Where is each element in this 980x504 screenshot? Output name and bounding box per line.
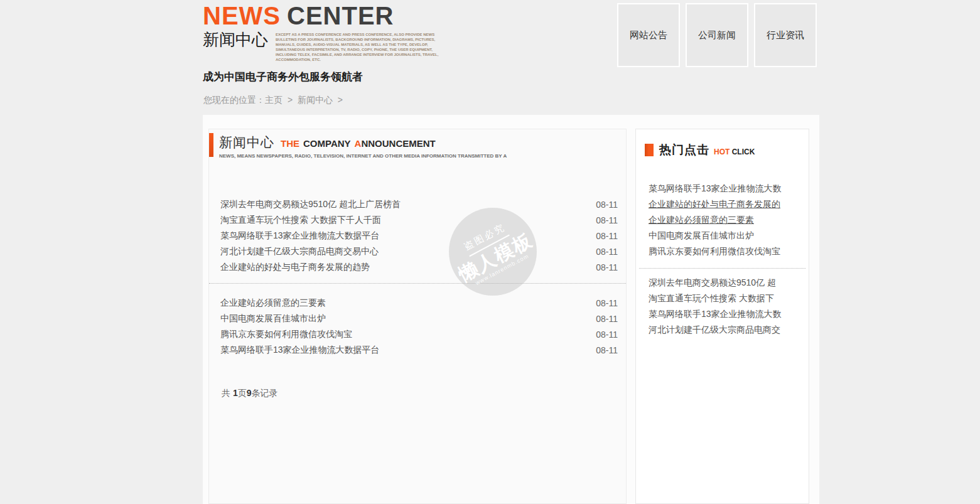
- news-title-link[interactable]: 菜鸟网络联手13家企业推物流大数据平台: [220, 345, 380, 356]
- news-title-link[interactable]: 企业建站必须留意的三要素: [220, 298, 326, 309]
- news-panel-title: 新闻中心: [219, 135, 274, 149]
- news-date: 08-11: [596, 330, 618, 340]
- news-panel-header: 新闻中心THECOMPANYANNOUNCEMENT NEWS, MEANS N…: [209, 129, 626, 159]
- news-date: 08-11: [596, 231, 618, 241]
- pagination-text: 共: [222, 388, 233, 398]
- breadcrumb-prefix: 您现在的位置：: [203, 95, 265, 105]
- site-logo: NEWSCENTER 新闻中心 EXCEPT AS A PRESS CONFER…: [203, 3, 611, 84]
- news-row[interactable]: 企业建站必须留意的三要素 08-11: [209, 295, 626, 311]
- logo-description: EXCEPT AS A PRESS CONFERENCE AND PRESS C…: [276, 32, 446, 62]
- logo-chinese-title: 新闻中心: [203, 30, 268, 49]
- hot-click-subtitle-en: CLICK: [732, 147, 755, 156]
- hot-click-item-link[interactable]: 淘宝直通车玩个性搜索 大数据下: [636, 291, 809, 306]
- hot-click-item-link[interactable]: 菜鸟网络联手13家企业推物流大数: [636, 306, 809, 322]
- news-date: 08-11: [596, 200, 618, 210]
- news-row[interactable]: 企业建站的好处与电子商务发展的趋势 08-11: [209, 259, 626, 275]
- news-title-link[interactable]: 深圳去年电商交易额达9510亿 超北上广居榜首: [220, 199, 401, 210]
- news-title-link[interactable]: 河北计划建千亿级大宗商品电商交易中心: [220, 246, 379, 257]
- news-title-link[interactable]: 淘宝直通车玩个性搜索 大数据下千人千面: [220, 215, 381, 226]
- hot-click-subtitle-en: HOT: [714, 147, 730, 156]
- hot-click-header: 热门点击 HOT CLICK: [636, 129, 809, 158]
- news-row[interactable]: 淘宝直通车玩个性搜索 大数据下千人千面 08-11: [209, 212, 626, 228]
- news-row[interactable]: 河北计划建千亿级大宗商品电商交易中心 08-11: [209, 244, 626, 259]
- logo-news-text: NEWS: [203, 2, 281, 29]
- news-title-link[interactable]: 腾讯京东要如何利用微信攻伐淘宝: [220, 329, 352, 340]
- nav-item-site-notice[interactable]: 网站公告: [617, 3, 680, 67]
- news-panel-subtitle-en: A: [355, 138, 362, 149]
- news-date: 08-11: [596, 262, 618, 272]
- hot-click-panel: 热门点击 HOT CLICK 菜鸟网络联手13家企业推物流大数 企业建站的好处与…: [635, 129, 809, 504]
- hot-click-item-link[interactable]: 企业建站的好处与电子商务发展的: [636, 196, 809, 212]
- nav-item-label: 行业资讯: [767, 29, 804, 41]
- news-row[interactable]: 中国电商发展百佳城市出炉 08-11: [209, 311, 626, 326]
- news-date: 08-11: [596, 314, 618, 324]
- news-list: 深圳去年电商交易额达9510亿 超北上广居榜首 08-11 淘宝直通车玩个性搜索…: [209, 196, 626, 358]
- news-title-link[interactable]: 企业建站的好处与电子商务发展的趋势: [220, 262, 370, 273]
- breadcrumb-home-link[interactable]: 主页: [265, 95, 283, 105]
- news-panel-subtitle-en: COMPANY: [303, 138, 351, 149]
- news-panel-subtitle-en: NNOUNCEMENT: [361, 138, 435, 149]
- news-date: 08-11: [596, 247, 618, 257]
- news-title-link[interactable]: 菜鸟网络联手13家企业推物流大数据平台: [220, 230, 380, 242]
- logo-title: NEWSCENTER: [203, 3, 611, 29]
- news-row[interactable]: 菜鸟网络联手13家企业推物流大数据平台 08-11: [209, 228, 626, 244]
- news-panel: 新闻中心THECOMPANYANNOUNCEMENT NEWS, MEANS N…: [208, 129, 627, 504]
- news-date: 08-11: [596, 215, 618, 225]
- hot-click-bar-icon: [645, 144, 654, 156]
- hot-click-item-link[interactable]: 中国电商发展百佳城市出炉: [636, 228, 809, 244]
- list-divider: [639, 268, 805, 269]
- list-divider: [209, 283, 626, 284]
- hot-click-item-link[interactable]: 腾讯京东要如何利用微信攻伐淘宝: [636, 244, 809, 259]
- nav-item-company-news[interactable]: 公司新闻: [686, 3, 748, 67]
- news-row[interactable]: 深圳去年电商交易额达9510亿 超北上广居榜首 08-11: [209, 196, 626, 212]
- section-bar-icon: [209, 133, 213, 157]
- hot-click-item-link[interactable]: 菜鸟网络联手13家企业推物流大数: [636, 181, 809, 196]
- news-date: 08-11: [596, 298, 618, 308]
- news-panel-description: NEWS, MEANS NEWSPAPERS, RADIO, TELEVISIO…: [219, 153, 626, 159]
- news-panel-subtitle-en: THE: [281, 138, 299, 149]
- content-container: 新闻中心THECOMPANYANNOUNCEMENT NEWS, MEANS N…: [203, 115, 819, 504]
- hot-click-item-link[interactable]: 企业建站必须留意的三要素: [636, 212, 809, 228]
- site-slogan: 成为中国电子商务外包服务领航者: [203, 70, 611, 84]
- pagination-summary: 共 1页9条记录: [222, 388, 626, 399]
- nav-item-label: 网站公告: [630, 29, 667, 41]
- nav-item-industry-info[interactable]: 行业资讯: [754, 3, 817, 67]
- pagination-text: 页: [238, 388, 247, 398]
- pagination-page-count: 1: [233, 388, 238, 398]
- news-date: 08-11: [596, 345, 618, 355]
- nav-item-label: 公司新闻: [698, 29, 736, 41]
- news-title-link[interactable]: 中国电商发展百佳城市出炉: [220, 313, 326, 324]
- news-row[interactable]: 菜鸟网络联手13家企业推物流大数据平台 08-11: [209, 342, 626, 358]
- breadcrumb-separator: >: [288, 95, 293, 105]
- breadcrumb-separator: >: [338, 95, 343, 105]
- hot-click-item-link[interactable]: 深圳去年电商交易额达9510亿 超: [636, 275, 809, 291]
- news-row[interactable]: 腾讯京东要如何利用微信攻伐淘宝 08-11: [209, 326, 626, 342]
- hot-click-item-link[interactable]: 河北计划建千亿级大宗商品电商交: [636, 322, 809, 338]
- logo-center-text: CENTER: [287, 2, 394, 29]
- pagination-text: 条记录: [251, 388, 277, 398]
- top-navigation: 网站公告 公司新闻 行业资讯: [617, 3, 817, 67]
- breadcrumb: 您现在的位置：主页 > 新闻中心 >: [203, 95, 345, 106]
- hot-click-list: 菜鸟网络联手13家企业推物流大数 企业建站的好处与电子商务发展的 企业建站必须留…: [636, 181, 809, 338]
- breadcrumb-current-link[interactable]: 新闻中心: [298, 95, 333, 105]
- hot-click-title: 热门点击: [659, 142, 709, 158]
